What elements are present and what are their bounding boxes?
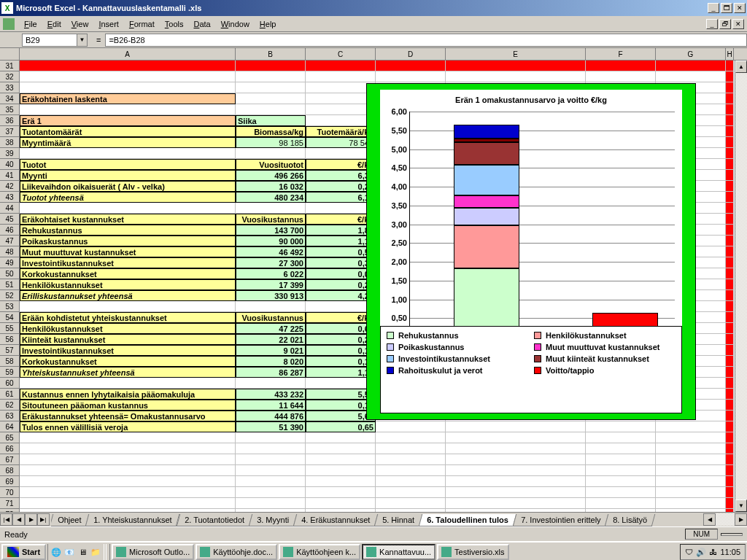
row-header[interactable]: 45 <box>0 214 20 225</box>
cell-E71[interactable] <box>446 498 586 509</box>
cell-B45[interactable]: Vuosikustannus <box>236 214 306 225</box>
cell-H51[interactable] <box>726 279 734 290</box>
row-header[interactable]: 67 <box>0 454 20 465</box>
cell-C69[interactable] <box>306 476 376 487</box>
cell-C71[interactable] <box>306 498 376 509</box>
cell-B54[interactable]: Vuosikustannus <box>236 312 306 323</box>
menu-file[interactable]: File <box>19 18 42 30</box>
row-header[interactable]: 49 <box>0 257 20 268</box>
row-header[interactable]: 57 <box>0 345 20 356</box>
cell-B39[interactable] <box>236 148 306 159</box>
cell-C46[interactable]: 1,83 <box>306 225 376 236</box>
row-header[interactable]: 54 <box>0 312 20 323</box>
row-header[interactable]: 68 <box>0 465 20 476</box>
cell-C39[interactable] <box>306 148 376 159</box>
cell-H59[interactable] <box>726 367 734 378</box>
cell-H49[interactable] <box>726 257 734 268</box>
col-header-G[interactable]: G <box>656 48 726 60</box>
row-header[interactable]: 32 <box>0 71 20 82</box>
cell-C67[interactable] <box>306 454 376 465</box>
cell-G71[interactable] <box>656 498 726 509</box>
row-header[interactable]: 42 <box>0 181 20 192</box>
cell-E70[interactable] <box>446 487 586 498</box>
cell-C42[interactable]: 0,20 <box>306 181 376 192</box>
cell-C53[interactable] <box>306 301 376 312</box>
cell-G69[interactable] <box>656 476 726 487</box>
cell-C38[interactable]: 78 548 <box>306 137 376 148</box>
sheet-tab[interactable]: 5. Hinnat <box>374 514 423 526</box>
cell-H46[interactable] <box>726 225 734 236</box>
row-header[interactable]: 63 <box>0 411 20 421</box>
col-header-F[interactable]: F <box>586 48 656 60</box>
cell-C56[interactable]: 0,28 <box>306 334 376 345</box>
col-header-D[interactable]: D <box>376 48 446 60</box>
cell-C35[interactable] <box>306 104 376 115</box>
cell-H70[interactable] <box>726 487 734 498</box>
cell-G68[interactable] <box>656 465 726 476</box>
cell-C48[interactable]: 0,59 <box>306 246 376 257</box>
cell-G31[interactable] <box>656 61 726 71</box>
cell-H37[interactable] <box>726 126 734 137</box>
row-header[interactable]: 72 <box>0 509 20 512</box>
cell-B56[interactable]: 22 021 <box>236 334 306 345</box>
cell-A72[interactable] <box>20 509 236 512</box>
cell-H65[interactable] <box>726 432 734 443</box>
minimize-button[interactable]: _ <box>708 3 719 13</box>
cell-C64[interactable]: 0,65 <box>306 421 376 432</box>
cell-G65[interactable] <box>656 432 726 443</box>
cell-B32[interactable] <box>236 71 306 82</box>
ql-ie-icon[interactable]: 🌐 <box>50 545 63 559</box>
cell-B36[interactable]: Siika <box>236 115 306 126</box>
cell-B58[interactable]: 8 020 <box>236 356 306 367</box>
cell-G72[interactable] <box>656 509 726 512</box>
cell-B46[interactable]: 143 700 <box>236 225 306 236</box>
row-header[interactable]: 64 <box>0 421 20 432</box>
cell-F68[interactable] <box>586 465 656 476</box>
row-header[interactable]: 70 <box>0 487 20 498</box>
mdi-restore-button[interactable]: 🗗 <box>719 19 731 29</box>
cell-A47[interactable]: Poikaskustannus <box>20 236 236 246</box>
cell-B38[interactable]: 98 185 <box>236 137 306 148</box>
cell-D31[interactable] <box>376 61 446 71</box>
cell-D67[interactable] <box>376 454 446 465</box>
cell-C61[interactable]: 5,52 <box>306 389 376 400</box>
restore-button[interactable]: 🗖 <box>721 3 732 13</box>
row-header[interactable]: 40 <box>0 159 20 170</box>
cell-F65[interactable] <box>586 432 656 443</box>
cell-B51[interactable]: 17 399 <box>236 279 306 290</box>
row-header[interactable]: 55 <box>0 323 20 334</box>
cell-H33[interactable] <box>726 82 734 93</box>
cell-H68[interactable] <box>726 465 734 476</box>
cell-H61[interactable] <box>726 389 734 400</box>
cell-C40[interactable]: €/kg <box>306 159 376 170</box>
cell-C68[interactable] <box>306 465 376 476</box>
cell-C45[interactable]: €/kg <box>306 214 376 225</box>
cell-E66[interactable] <box>446 443 586 454</box>
row-header[interactable]: 39 <box>0 148 20 159</box>
tray-icon[interactable]: 🖧 <box>709 548 717 556</box>
cell-H66[interactable] <box>726 443 734 454</box>
cell-F71[interactable] <box>586 498 656 509</box>
cell-H53[interactable] <box>726 301 734 312</box>
close-button[interactable]: ✕ <box>734 3 746 13</box>
cell-A39[interactable] <box>20 148 236 159</box>
cell-H58[interactable] <box>726 356 734 367</box>
cell-H34[interactable] <box>726 93 734 104</box>
hscroll-track[interactable] <box>716 513 735 526</box>
cell-A50[interactable]: Korkokustannukset <box>20 268 236 279</box>
cell-B33[interactable] <box>236 82 306 93</box>
cell-F67[interactable] <box>586 454 656 465</box>
col-header-C[interactable]: C <box>306 48 376 60</box>
cell-H40[interactable] <box>726 159 734 170</box>
cell-A46[interactable]: Rehukustannus <box>20 225 236 236</box>
row-header[interactable]: 65 <box>0 432 20 443</box>
cell-B55[interactable]: 47 225 <box>236 323 306 334</box>
cell-G67[interactable] <box>656 454 726 465</box>
cell-H36[interactable] <box>726 115 734 126</box>
cell-H44[interactable] <box>726 203 734 214</box>
cell-A36[interactable]: Erä 1 <box>20 115 236 126</box>
start-button[interactable]: Start <box>1 544 46 560</box>
cell-A44[interactable] <box>20 203 236 214</box>
cell-A61[interactable]: Kustannus ennen lyhytaikaisia pääomakulu… <box>20 389 236 400</box>
col-header-E[interactable]: E <box>446 48 586 60</box>
